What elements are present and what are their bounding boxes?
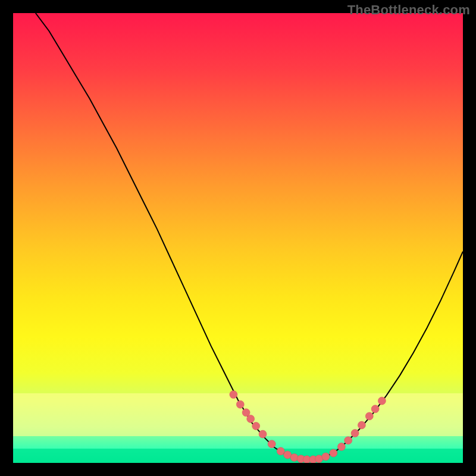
data-marker (337, 443, 345, 450)
data-marker (358, 421, 365, 429)
plot-svg (13, 13, 463, 463)
data-marker (277, 447, 284, 455)
data-marker (252, 422, 260, 430)
marker-group (230, 391, 386, 463)
data-marker (268, 440, 275, 448)
data-marker (247, 415, 255, 422)
bottleneck-curve (36, 13, 463, 460)
plot-area (13, 13, 463, 463)
data-marker (230, 391, 237, 399)
data-marker (365, 412, 373, 420)
watermark-text: TheBottleneck.com (347, 2, 470, 18)
data-marker (371, 405, 379, 413)
data-marker (322, 453, 330, 461)
data-marker (242, 409, 250, 416)
data-marker (259, 430, 267, 438)
data-marker (236, 400, 244, 408)
data-marker (315, 455, 323, 463)
data-marker (290, 453, 298, 461)
data-marker (351, 430, 359, 437)
data-marker (345, 437, 352, 444)
chart-frame: TheBottleneck.com (0, 0, 476, 476)
data-marker (330, 449, 337, 457)
data-marker (378, 397, 386, 405)
data-marker (284, 451, 292, 459)
